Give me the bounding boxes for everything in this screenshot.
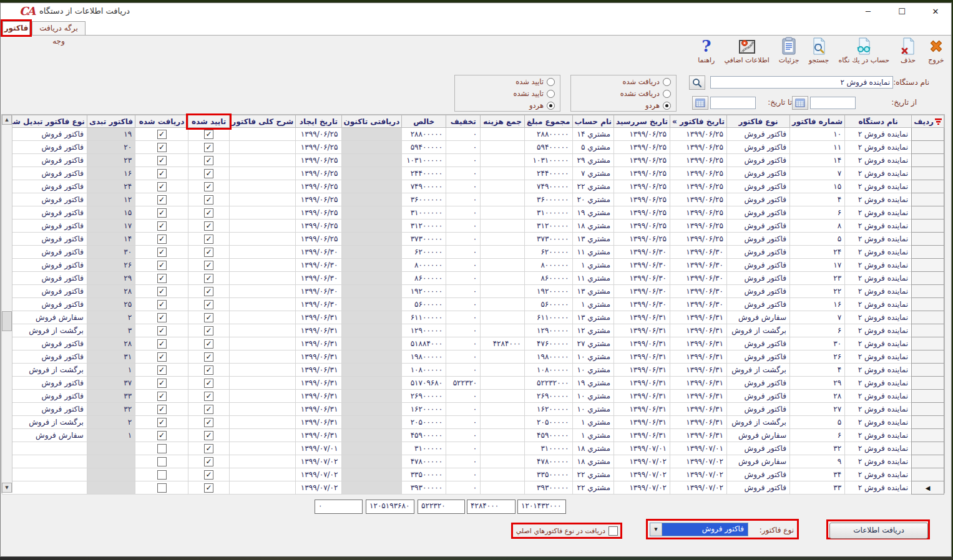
table-row[interactable]: نماینده فروش ۲۷فاکتور فروش۱۳۹۹/۰۶/۲۵۱۳۹۹… bbox=[2, 167, 944, 180]
column-header-acc[interactable]: نام حساب bbox=[572, 115, 613, 128]
cell-conf[interactable] bbox=[188, 337, 229, 350]
cell-conf[interactable] bbox=[188, 298, 229, 311]
column-header-tot[interactable]: مجموع مبلغ bbox=[524, 115, 572, 128]
row-selector[interactable] bbox=[912, 311, 944, 324]
received-checkbox[interactable] bbox=[157, 169, 167, 178]
table-row[interactable]: نماینده فروش ۲۲۸فاکتور فروش۱۳۹۹/۰۶/۳۱۱۳۹… bbox=[2, 390, 944, 403]
row-selector[interactable] bbox=[912, 350, 944, 364]
exit-button[interactable]: خروج bbox=[925, 36, 947, 65]
confirmed-checkbox[interactable] bbox=[204, 326, 213, 336]
cell-conf[interactable] bbox=[188, 220, 229, 233]
table-row[interactable]: نماینده فروش ۲۵برگشت از فروش۱۳۹۹/۰۶/۳۱۱۳… bbox=[2, 416, 944, 429]
scroll-up-icon[interactable]: ▲ bbox=[2, 115, 12, 125]
column-header-due[interactable]: تاریخ سررسید bbox=[613, 115, 670, 128]
cell-conf[interactable] bbox=[188, 468, 229, 481]
cell-conf[interactable] bbox=[188, 167, 229, 180]
row-selector[interactable] bbox=[912, 377, 944, 390]
cell-recv[interactable] bbox=[135, 390, 188, 403]
cell-recv[interactable] bbox=[135, 311, 188, 324]
cell-recv[interactable] bbox=[135, 377, 188, 390]
row-selector[interactable] bbox=[912, 246, 944, 259]
column-header-disc[interactable]: تخفیف bbox=[446, 115, 481, 128]
table-row[interactable]: نماینده فروش ۲۱۰فاکتور فروش۱۳۹۹/۰۶/۲۵۱۳۹… bbox=[2, 128, 944, 141]
cell-conf[interactable] bbox=[188, 429, 229, 442]
cell-conf[interactable] bbox=[188, 285, 229, 298]
row-selector[interactable] bbox=[912, 390, 944, 403]
received-checkbox[interactable] bbox=[157, 234, 167, 244]
confirmed-checkbox[interactable] bbox=[204, 339, 213, 349]
row-selector[interactable] bbox=[912, 154, 944, 167]
table-row[interactable]: نماینده فروش ۲۴فاکتور فروش۱۳۹۹/۰۶/۲۵۱۳۹۹… bbox=[2, 193, 944, 206]
received-checkbox[interactable] bbox=[157, 392, 167, 401]
table-row[interactable]: ◀نماینده فروش ۲۳۳فاکتور فروش۱۳۹۹/۰۷/۰۲۱۳… bbox=[2, 481, 944, 495]
received-checkbox[interactable] bbox=[157, 274, 167, 283]
tab-payment-slip[interactable]: برگه دریافت وجه bbox=[32, 21, 86, 35]
received-checkbox[interactable] bbox=[157, 470, 167, 480]
received-checkbox[interactable] bbox=[157, 143, 167, 152]
cell-recv[interactable] bbox=[135, 337, 188, 350]
received-checkbox[interactable] bbox=[157, 221, 167, 231]
cell-conf[interactable] bbox=[188, 154, 229, 167]
received-checkbox[interactable] bbox=[157, 457, 167, 466]
to-date-calendar-button[interactable] bbox=[692, 96, 708, 110]
row-selector[interactable] bbox=[912, 442, 944, 455]
column-header-conf[interactable]: تایید شده bbox=[188, 115, 229, 128]
confirmed-checkbox[interactable] bbox=[204, 261, 213, 270]
cell-conf[interactable] bbox=[188, 272, 229, 285]
to-date-input[interactable] bbox=[710, 97, 756, 109]
cell-recv[interactable] bbox=[135, 233, 188, 246]
fetch-data-button[interactable]: دریافت اطلاعات bbox=[829, 523, 928, 539]
confirmed-checkbox[interactable] bbox=[204, 221, 213, 231]
confirmed-checkbox[interactable] bbox=[204, 130, 213, 139]
cell-conf[interactable] bbox=[188, 377, 229, 390]
radio-received-both[interactable]: هردو bbox=[571, 99, 676, 111]
cell-recv[interactable] bbox=[135, 442, 188, 455]
row-selector[interactable]: ◀ bbox=[912, 481, 944, 495]
device-search-button[interactable] bbox=[689, 75, 705, 90]
confirmed-checkbox[interactable] bbox=[204, 169, 213, 178]
row-selector[interactable] bbox=[912, 416, 944, 429]
row-selector[interactable] bbox=[912, 180, 944, 193]
received-checkbox[interactable] bbox=[157, 261, 167, 270]
scroll-down-icon[interactable]: ▼ bbox=[2, 483, 12, 493]
cell-conf[interactable] bbox=[188, 311, 229, 324]
cell-recv[interactable] bbox=[135, 285, 188, 298]
received-checkbox[interactable] bbox=[157, 208, 167, 218]
received-checkbox[interactable] bbox=[157, 339, 167, 349]
row-selector[interactable] bbox=[912, 259, 944, 272]
confirmed-checkbox[interactable] bbox=[204, 300, 213, 309]
cell-conf[interactable] bbox=[188, 233, 229, 246]
device-name-input[interactable] bbox=[710, 76, 893, 89]
radio-received[interactable]: دریافت شده bbox=[571, 75, 676, 87]
main-types-checkbox[interactable] bbox=[608, 526, 618, 536]
help-button[interactable]: ? راهنما bbox=[696, 36, 716, 65]
table-row[interactable]: نماینده فروش ۲۱۵فاکتور فروش۱۳۹۹/۰۶/۲۵۱۳۹… bbox=[2, 180, 944, 193]
confirmed-checkbox[interactable] bbox=[204, 143, 213, 152]
column-header-dev[interactable]: نام دستگاه bbox=[845, 115, 912, 128]
confirmed-checkbox[interactable] bbox=[204, 392, 213, 401]
table-row[interactable]: نماینده فروش ۲۲۶فاکتور فروش۱۳۹۹/۰۶/۳۱۱۳۹… bbox=[2, 350, 944, 364]
cell-recv[interactable] bbox=[135, 259, 188, 272]
vertical-scrollbar[interactable]: ▲ ▼ bbox=[2, 115, 12, 493]
table-row[interactable]: نماینده فروش ۲۱۷فاکتور فروش۱۳۹۹/۰۶/۳۰۱۳۹… bbox=[2, 259, 944, 272]
confirmed-checkbox[interactable] bbox=[204, 444, 213, 453]
received-checkbox[interactable] bbox=[157, 248, 167, 257]
from-date-input[interactable] bbox=[810, 97, 856, 109]
cell-recv[interactable] bbox=[135, 141, 188, 154]
table-row[interactable]: نماینده فروش ۲۱۴فاکتور فروش۱۳۹۹/۰۶/۲۵۱۳۹… bbox=[2, 154, 944, 167]
row-selector[interactable] bbox=[912, 285, 944, 298]
account-at-a-glance-button[interactable]: حساب در یك نگاه bbox=[836, 36, 891, 65]
cell-recv[interactable] bbox=[135, 416, 188, 429]
table-row[interactable]: نماینده فروش ۲۶فاکتور فروش۱۳۹۹/۰۶/۲۵۱۳۹۹… bbox=[2, 206, 944, 220]
row-selector[interactable] bbox=[912, 233, 944, 246]
confirmed-checkbox[interactable] bbox=[204, 248, 213, 257]
cell-conf[interactable] bbox=[188, 324, 229, 337]
cell-conf[interactable] bbox=[188, 364, 229, 377]
table-row[interactable]: نماینده فروش ۲۲۴فاکتور فروش۱۳۹۹/۰۶/۳۰۱۳۹… bbox=[2, 246, 944, 259]
table-row[interactable]: نماینده فروش ۲۶سفارش فروش۱۳۹۹/۰۶/۳۱۱۳۹۹/… bbox=[2, 429, 944, 442]
confirmed-checkbox[interactable] bbox=[204, 352, 213, 362]
received-checkbox[interactable] bbox=[157, 405, 167, 414]
cell-recv[interactable] bbox=[135, 481, 188, 495]
received-checkbox[interactable] bbox=[157, 156, 167, 165]
received-checkbox[interactable] bbox=[157, 287, 167, 296]
